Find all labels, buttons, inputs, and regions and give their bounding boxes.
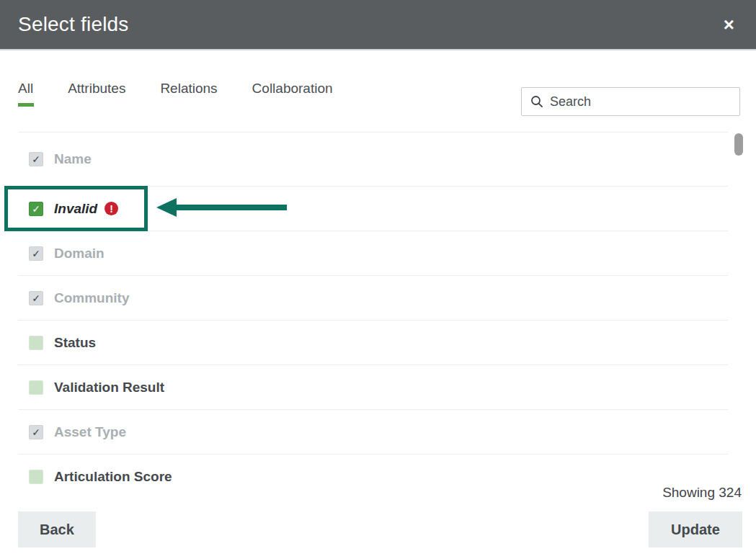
field-row-status[interactable]: Status: [18, 320, 728, 365]
field-row-domain[interactable]: Domain: [18, 231, 728, 275]
checkbox-community[interactable]: [29, 291, 43, 305]
field-label-status: Status: [54, 335, 96, 351]
close-icon[interactable]: ×: [724, 15, 734, 34]
search-input[interactable]: [550, 94, 731, 109]
modal-header: Select fields ×: [0, 0, 756, 50]
checkbox-name[interactable]: [29, 152, 43, 166]
checkbox-domain[interactable]: [29, 246, 43, 261]
field-label-validation-result: Validation Result: [54, 380, 164, 395]
back-button[interactable]: Back: [18, 511, 96, 547]
tab-attributes[interactable]: Attributes: [68, 81, 125, 107]
field-list: Name Invalid Domain Community Status Val…: [18, 132, 728, 484]
field-row-invalid[interactable]: Invalid: [18, 186, 728, 231]
field-row-community[interactable]: Community: [18, 275, 728, 320]
field-row-validation-result[interactable]: Validation Result: [18, 365, 728, 409]
checkbox-articulation-score[interactable]: [29, 470, 43, 484]
field-label-asset-type: Asset Type: [54, 424, 126, 440]
tab-relations[interactable]: Relations: [160, 81, 217, 107]
scrollbar-thumb[interactable]: [734, 133, 743, 156]
update-button[interactable]: Update: [649, 511, 742, 547]
field-label-community: Community: [54, 290, 130, 306]
tab-all[interactable]: All: [18, 81, 33, 107]
showing-count: Showing 324: [662, 485, 742, 501]
checkbox-status[interactable]: [29, 336, 43, 350]
field-row-articulation-score[interactable]: Articulation Score: [18, 454, 728, 484]
tab-collaboration[interactable]: Collaboration: [252, 81, 333, 107]
tab-bar: All Attributes Relations Collaboration: [18, 81, 333, 107]
field-label-invalid: Invalid: [54, 201, 97, 217]
field-label-domain: Domain: [54, 246, 104, 261]
error-icon: [104, 202, 118, 215]
field-label-articulation-score: Articulation Score: [54, 469, 172, 485]
field-row-asset-type[interactable]: Asset Type: [18, 409, 728, 454]
checkbox-invalid[interactable]: [29, 202, 43, 216]
field-label-name: Name: [54, 151, 92, 167]
search-icon: [530, 95, 543, 108]
search-box: [521, 87, 740, 116]
field-row-name[interactable]: Name: [18, 132, 728, 186]
modal-title: Select fields: [18, 13, 129, 36]
checkbox-asset-type[interactable]: [29, 425, 43, 439]
checkbox-validation-result[interactable]: [29, 380, 43, 395]
